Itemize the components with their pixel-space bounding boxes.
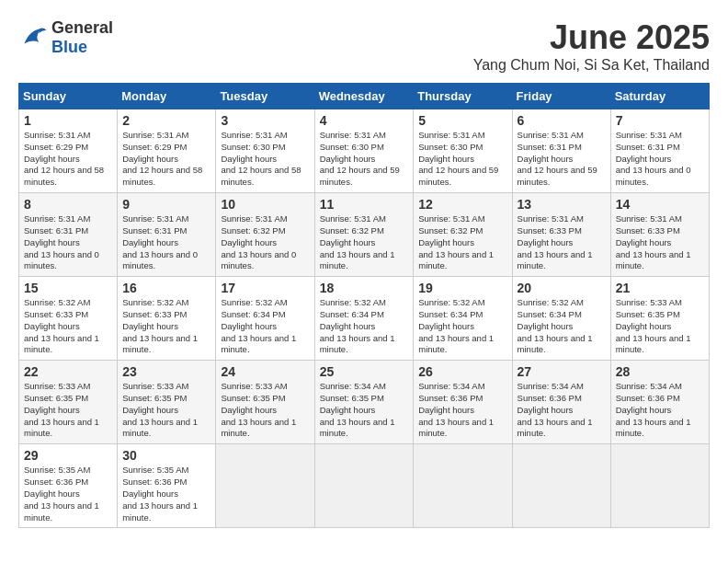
day-info: Sunrise: 5:34 AMSunset: 6:35 PMDaylight … [320, 381, 409, 440]
calendar-cell: 3 Sunrise: 5:31 AMSunset: 6:30 PMDayligh… [216, 109, 314, 193]
calendar-cell: 5 Sunrise: 5:31 AMSunset: 6:30 PMDayligh… [414, 109, 512, 193]
header-thursday: Thursday [414, 84, 512, 109]
logo: General Blue [18, 18, 113, 57]
day-number: 17 [221, 281, 309, 295]
day-number: 29 [24, 448, 112, 463]
day-number: 25 [320, 364, 409, 379]
day-info: Sunrise: 5:31 AMSunset: 6:33 PMDaylight … [616, 213, 704, 272]
day-number: 26 [418, 364, 506, 379]
day-number: 28 [616, 364, 704, 379]
page-header: General Blue June 2025 Yang Chum Noi, Si… [18, 18, 710, 74]
day-info: Sunrise: 5:31 AMSunset: 6:30 PMDaylight … [221, 130, 309, 189]
calendar-cell: 18 Sunrise: 5:32 AMSunset: 6:34 PMDaylig… [314, 277, 414, 361]
day-number: 23 [122, 364, 210, 379]
calendar-body: 1 Sunrise: 5:31 AMSunset: 6:29 PMDayligh… [19, 109, 710, 528]
day-number: 21 [616, 281, 704, 295]
day-info: Sunrise: 5:31 AMSunset: 6:31 PMDaylight … [24, 213, 112, 272]
calendar-cell: 9 Sunrise: 5:31 AMSunset: 6:31 PMDayligh… [118, 193, 216, 277]
header-tuesday: Tuesday [216, 84, 314, 109]
calendar-cell: 7 Sunrise: 5:31 AMSunset: 6:31 PMDayligh… [610, 109, 709, 193]
day-number: 30 [122, 448, 210, 463]
day-info: Sunrise: 5:32 AMSunset: 6:34 PMDaylight … [518, 297, 606, 356]
calendar-cell: 6 Sunrise: 5:31 AMSunset: 6:31 PMDayligh… [512, 109, 610, 193]
day-info: Sunrise: 5:34 AMSunset: 6:36 PMDaylight … [518, 381, 606, 440]
day-number: 3 [221, 113, 309, 128]
logo-general: General [51, 18, 113, 37]
calendar-cell: 4 Sunrise: 5:31 AMSunset: 6:30 PMDayligh… [314, 109, 414, 193]
header-monday: Monday [118, 84, 216, 109]
calendar-cell: 19 Sunrise: 5:32 AMSunset: 6:34 PMDaylig… [414, 277, 512, 361]
calendar-cell: 12 Sunrise: 5:31 AMSunset: 6:32 PMDaylig… [414, 193, 512, 277]
calendar-cell: 16 Sunrise: 5:32 AMSunset: 6:33 PMDaylig… [118, 277, 216, 361]
day-info: Sunrise: 5:31 AMSunset: 6:31 PMDaylight … [518, 130, 606, 189]
day-info: Sunrise: 5:31 AMSunset: 6:29 PMDaylight … [122, 130, 210, 189]
calendar-cell: 20 Sunrise: 5:32 AMSunset: 6:34 PMDaylig… [512, 277, 610, 361]
day-number: 27 [518, 364, 606, 379]
calendar-week-row: 29 Sunrise: 5:35 AMSunset: 6:36 PMDaylig… [19, 444, 710, 528]
day-number: 20 [518, 281, 606, 295]
calendar-week-row: 22 Sunrise: 5:33 AMSunset: 6:35 PMDaylig… [19, 361, 710, 444]
day-number: 1 [24, 113, 112, 128]
calendar-week-row: 8 Sunrise: 5:31 AMSunset: 6:31 PMDayligh… [19, 193, 710, 277]
logo-blue: Blue [51, 38, 87, 56]
day-number: 13 [518, 197, 606, 212]
day-info: Sunrise: 5:34 AMSunset: 6:36 PMDaylight … [616, 381, 704, 440]
day-number: 18 [320, 281, 409, 295]
day-number: 19 [418, 281, 506, 295]
day-info: Sunrise: 5:31 AMSunset: 6:32 PMDaylight … [221, 213, 309, 272]
calendar-week-row: 15 Sunrise: 5:32 AMSunset: 6:33 PMDaylig… [19, 277, 710, 361]
day-info: Sunrise: 5:32 AMSunset: 6:34 PMDaylight … [418, 297, 506, 356]
calendar-cell: 15 Sunrise: 5:32 AMSunset: 6:33 PMDaylig… [19, 277, 118, 361]
day-number: 10 [221, 197, 309, 212]
day-number: 24 [221, 364, 309, 379]
calendar-cell: 10 Sunrise: 5:31 AMSunset: 6:32 PMDaylig… [216, 193, 314, 277]
day-info: Sunrise: 5:35 AMSunset: 6:36 PMDaylight … [24, 465, 112, 523]
day-number: 22 [24, 364, 112, 379]
location-subtitle: Yang Chum Noi, Si Sa Ket, Thailand [473, 57, 710, 74]
day-info: Sunrise: 5:33 AMSunset: 6:35 PMDaylight … [221, 381, 309, 440]
day-info: Sunrise: 5:35 AMSunset: 6:36 PMDaylight … [122, 465, 210, 523]
calendar-cell: 21 Sunrise: 5:33 AMSunset: 6:35 PMDaylig… [610, 277, 709, 361]
day-info: Sunrise: 5:31 AMSunset: 6:30 PMDaylight … [320, 130, 409, 189]
day-number: 15 [24, 281, 112, 295]
day-info: Sunrise: 5:32 AMSunset: 6:33 PMDaylight … [122, 297, 210, 356]
calendar-cell: 26 Sunrise: 5:34 AMSunset: 6:36 PMDaylig… [414, 361, 512, 444]
calendar-table: Sunday Monday Tuesday Wednesday Thursday… [18, 83, 710, 528]
day-info: Sunrise: 5:34 AMSunset: 6:36 PMDaylight … [418, 381, 506, 440]
day-info: Sunrise: 5:32 AMSunset: 6:34 PMDaylight … [320, 297, 409, 356]
header-sunday: Sunday [19, 84, 118, 109]
calendar-cell: 13 Sunrise: 5:31 AMSunset: 6:33 PMDaylig… [512, 193, 610, 277]
day-info: Sunrise: 5:31 AMSunset: 6:32 PMDaylight … [320, 213, 409, 272]
calendar-cell: 29 Sunrise: 5:35 AMSunset: 6:36 PMDaylig… [19, 444, 118, 528]
empty-cell [216, 444, 314, 528]
day-info: Sunrise: 5:31 AMSunset: 6:31 PMDaylight … [616, 130, 704, 189]
day-number: 14 [616, 197, 704, 212]
weekday-header-row: Sunday Monday Tuesday Wednesday Thursday… [19, 84, 710, 109]
day-number: 12 [418, 197, 506, 212]
day-info: Sunrise: 5:31 AMSunset: 6:30 PMDaylight … [418, 130, 506, 189]
header-friday: Friday [512, 84, 610, 109]
day-number: 11 [320, 197, 409, 212]
calendar-week-row: 1 Sunrise: 5:31 AMSunset: 6:29 PMDayligh… [19, 109, 710, 193]
calendar-cell: 23 Sunrise: 5:33 AMSunset: 6:35 PMDaylig… [118, 361, 216, 444]
empty-cell [512, 444, 610, 528]
calendar-cell: 8 Sunrise: 5:31 AMSunset: 6:31 PMDayligh… [19, 193, 118, 277]
calendar-cell: 22 Sunrise: 5:33 AMSunset: 6:35 PMDaylig… [19, 361, 118, 444]
day-number: 7 [616, 113, 704, 128]
day-number: 2 [122, 113, 210, 128]
calendar-cell: 1 Sunrise: 5:31 AMSunset: 6:29 PMDayligh… [19, 109, 118, 193]
day-number: 9 [122, 197, 210, 212]
logo-text: General Blue [51, 18, 113, 57]
empty-cell [610, 444, 709, 528]
day-info: Sunrise: 5:31 AMSunset: 6:29 PMDaylight … [24, 130, 112, 189]
calendar-cell: 24 Sunrise: 5:33 AMSunset: 6:35 PMDaylig… [216, 361, 314, 444]
calendar-cell: 17 Sunrise: 5:32 AMSunset: 6:34 PMDaylig… [216, 277, 314, 361]
calendar-cell: 25 Sunrise: 5:34 AMSunset: 6:35 PMDaylig… [314, 361, 414, 444]
day-number: 8 [24, 197, 112, 212]
header-wednesday: Wednesday [314, 84, 414, 109]
day-info: Sunrise: 5:31 AMSunset: 6:31 PMDaylight … [122, 213, 210, 272]
header-saturday: Saturday [610, 84, 709, 109]
calendar-title: June 2025 [473, 18, 710, 57]
title-area: June 2025 Yang Chum Noi, Si Sa Ket, Thai… [473, 18, 710, 74]
day-info: Sunrise: 5:33 AMSunset: 6:35 PMDaylight … [122, 381, 210, 440]
